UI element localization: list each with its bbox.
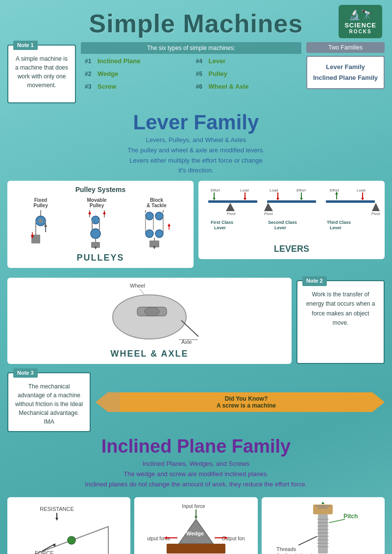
svg-marker-82 (55, 518, 58, 521)
lever-content-row: Pulley Systems FixedPulley (7, 181, 385, 273)
svg-rect-103 (318, 514, 328, 554)
type-num: #5 (196, 71, 206, 77)
inclined-desc-3: Inclined planes do not change the amount… (7, 480, 385, 490)
lever-left-col: Pulley Systems FixedPulley (7, 181, 194, 273)
svg-marker-66 (361, 198, 364, 200)
movable-pulley: MovablePulley (82, 197, 112, 250)
screw-box: Pitch Threads (inclined plane) SCREW (262, 497, 385, 554)
inclined-items-row: RESISTANCE FORCE INCLINED PLANE Input fo… (7, 497, 385, 554)
svg-rect-45 (208, 200, 257, 203)
levers-diagram-box: Effort Load Pivot First Class Lever (198, 181, 385, 273)
svg-text:─────: ───── (178, 337, 198, 342)
six-types-header: The six types of simple machines: (81, 42, 301, 54)
movable-pulley-label: MovablePulley (82, 197, 112, 208)
note1-text: A simple machine is a machine that does … (14, 54, 69, 90)
svg-point-12 (92, 216, 99, 224)
svg-text:Pivot: Pivot (227, 212, 236, 216)
svg-point-2 (39, 219, 43, 223)
inclined-plane-svg: RESISTANCE FORCE (20, 502, 118, 554)
science-badge: 🔬🔭 SCIENCE ROCKS (339, 5, 382, 38)
svg-text:Wedge: Wedge (186, 530, 204, 536)
inclined-desc-2: The wedge and screw are modified incline… (7, 469, 385, 480)
note3-label: Note 3 (13, 368, 38, 378)
svg-text:Effort: Effort (211, 188, 220, 193)
pulley-systems-box: Pulley Systems FixedPulley (7, 181, 194, 268)
svg-text:Lever: Lever (330, 225, 342, 230)
svg-marker-46 (226, 203, 235, 211)
svg-marker-68 (372, 203, 380, 211)
note2-text: Work is the transfer of energy that occu… (303, 290, 378, 328)
inclined-family-section: Inclined Plane Family Inclined Planes, W… (0, 436, 392, 554)
svg-text:Pivot: Pivot (371, 212, 380, 216)
list-item: #2 Wedge (81, 68, 191, 79)
inclined-description: Inclined Planes, Wedges, and Screws The … (7, 459, 385, 489)
svg-text:Lever: Lever (214, 225, 226, 230)
svg-marker-55 (300, 198, 303, 200)
svg-point-25 (155, 212, 163, 220)
svg-text:Input force: Input force (182, 504, 205, 509)
type-num: #3 (85, 83, 95, 90)
screw-svg: Pitch Threads (inclined plane) (274, 502, 372, 554)
svg-text:FORCE: FORCE (35, 550, 54, 554)
type-name: Wheel & Axle (209, 83, 249, 90)
type-num: #1 (85, 58, 95, 65)
note2-label: Note 2 (302, 276, 327, 286)
note2-box: Note 2 Work is the transfer of energy th… (296, 280, 385, 364)
pulleys-label: PULLEYS (13, 253, 188, 263)
pencil-banner: Did You Know? A screw is a machine (96, 392, 385, 412)
svg-marker-42 (213, 198, 216, 200)
svg-line-73 (140, 289, 145, 295)
svg-text:Effort: Effort (296, 188, 306, 193)
svg-point-24 (146, 212, 153, 220)
pencil-wood (108, 392, 120, 412)
list-item: #4 Lever (192, 55, 302, 67)
svg-rect-56 (267, 200, 316, 203)
note3-text: The mechanical advantage of a machine wi… (14, 382, 84, 426)
svg-text:RESISTANCE: RESISTANCE (40, 506, 74, 512)
svg-marker-21 (103, 211, 106, 214)
block-tackle-label: Block& Tackle (140, 197, 174, 208)
science-label: SCIENCE (344, 22, 376, 29)
lever-desc-2: The pulley and wheel & axle are modified… (7, 145, 385, 156)
beakers-icon: 🔬🔭 (344, 9, 376, 21)
svg-line-115 (298, 536, 317, 545)
svg-marker-36 (168, 223, 171, 226)
svg-marker-87 (52, 543, 55, 547)
pencil-line1: Did You Know? (225, 395, 268, 402)
svg-marker-119 (321, 502, 324, 504)
svg-point-15 (91, 229, 100, 239)
block-tackle: Block& Tackle (140, 197, 174, 250)
svg-text:Effort: Effort (330, 188, 340, 193)
type-num: #4 (196, 58, 206, 65)
note3-pencil-row: Note 3 The mechanical advantage of a mac… (0, 366, 392, 432)
svg-text:Lever: Lever (274, 225, 287, 230)
svg-text:Load: Load (270, 188, 278, 193)
inclined-plane-box: RESISTANCE FORCE INCLINED PLANE (7, 497, 130, 554)
svg-text:Pivot: Pivot (264, 212, 273, 216)
svg-marker-38 (153, 246, 156, 249)
list-item: #3 Screw (81, 81, 191, 92)
levers-svg: Effort Load Pivot First Class Lever (203, 186, 380, 240)
pencil-tip-right (372, 392, 385, 412)
type-num: #6 (196, 83, 206, 90)
note1-label: Note 1 (13, 41, 38, 50)
svg-point-76 (145, 307, 159, 316)
block-tackle-diagram (140, 210, 174, 249)
svg-rect-67 (326, 200, 375, 203)
lever-description: Levers, Pulleys, and Wheel & Axles The p… (7, 135, 385, 176)
page-header: Simple Machines 🔬🔭 SCIENCE ROCKS (0, 0, 392, 42)
two-families-box: Lever Family Inclined Plane Family (306, 56, 385, 89)
svg-marker-23 (94, 247, 97, 249)
svg-text:Pitch: Pitch (343, 513, 358, 520)
type-name: Pulley (209, 70, 227, 77)
svg-text:First Class: First Class (211, 220, 233, 225)
levers-title: LEVERS (203, 244, 380, 254)
page-title: Simple Machines (0, 9, 392, 38)
pencil-body: Did You Know? A screw is a machine (120, 392, 372, 412)
svg-line-77 (181, 320, 198, 337)
six-types-grid: #1 Inclined Plane #4 Lever #2 Wedge #5 P… (81, 55, 301, 92)
fixed-pulley-label: FixedPulley (27, 197, 54, 208)
svg-text:Load: Load (240, 188, 249, 193)
wheel-svg-container: Wheel Axle ───── (12, 283, 287, 346)
svg-marker-44 (244, 198, 246, 200)
